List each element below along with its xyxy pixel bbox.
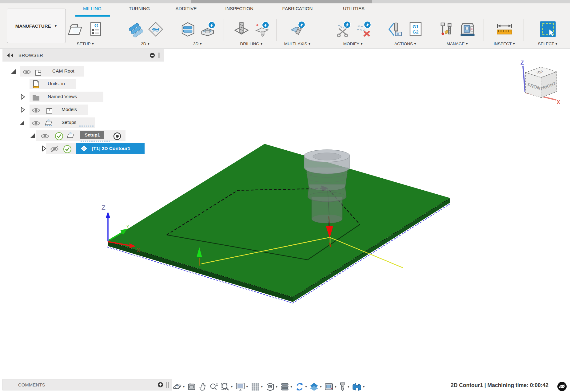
group-label-multiaxis[interactable]: MULTI-AXIS▼ (281, 42, 314, 46)
visibility-eye-icon[interactable] (22, 67, 31, 77)
active-setup-radio-icon[interactable] (113, 132, 122, 141)
comments-bar[interactable]: COMMENTS (2, 379, 172, 390)
tree-row-setup1[interactable]: Setup1 (0, 130, 163, 141)
pan-icon[interactable] (197, 382, 208, 392)
display-settings-icon[interactable]: ▼ (234, 382, 249, 392)
tree-label[interactable]: Named Views (48, 94, 77, 99)
look-at-icon[interactable] (186, 382, 197, 392)
chevron-down-icon: ▼ (555, 42, 558, 46)
2d-pocket-button[interactable] (147, 18, 165, 40)
window-tab[interactable] (191, 0, 372, 3)
group-label-2d[interactable]: 2D▼ (123, 42, 168, 46)
setup1-name-badge[interactable]: Setup1 (80, 131, 104, 139)
group-label-modify[interactable]: MODIFY▼ (329, 42, 378, 46)
chevron-down-icon: ▼ (362, 385, 365, 388)
tree-label[interactable]: Units: in (48, 81, 65, 86)
thread-mill-button[interactable] (253, 18, 271, 40)
delete-passes-button[interactable] (354, 18, 372, 40)
tree-label[interactable]: Models (62, 107, 77, 112)
steps-icon[interactable]: ▼ (279, 382, 293, 392)
measure-button[interactable] (496, 18, 513, 40)
collapse-triangle-icon[interactable] (41, 145, 47, 152)
group-label-actions[interactable]: ACTIONS▼ (384, 42, 427, 46)
machine-icon[interactable]: ▼ (351, 382, 366, 392)
group-label-3d[interactable]: 3D▼ (175, 42, 220, 46)
tree-row-setups[interactable]: Setups (0, 117, 163, 128)
grid-icon[interactable]: ▼ (250, 382, 264, 392)
drill-button[interactable] (233, 18, 250, 40)
ribbon-group-modify: MODIFY▼ (329, 18, 378, 47)
component-icon (45, 105, 54, 115)
view-cube[interactable]: TOP FRONT RIGHT Z X (517, 55, 566, 110)
tab-utilities[interactable]: UTILITIES (343, 6, 365, 11)
tab-fabrication[interactable]: FABRICATION (282, 6, 313, 11)
collapse-triangle-icon[interactable] (20, 107, 26, 113)
group-label-manage[interactable]: MANAGE▼ (434, 42, 480, 46)
collapse-triangle-icon[interactable] (20, 94, 26, 100)
tree-row-named-views[interactable]: Named Views (0, 92, 163, 102)
tab-turning[interactable]: TURNING (129, 6, 150, 11)
tab-inspection[interactable]: INSPECTION (225, 6, 253, 11)
orbit-icon[interactable]: ▼ (172, 382, 186, 392)
show-toolpath-icon[interactable]: ▼ (309, 382, 323, 392)
tab-additive[interactable]: ADDITIVE (175, 6, 197, 11)
group-label-setup[interactable]: SETUP▼ (60, 42, 111, 46)
setup-dashes-decoration (79, 125, 94, 127)
tab-milling[interactable]: MILLING (83, 6, 102, 11)
regenerate-toolpath-icon[interactable]: ▼ (294, 382, 308, 392)
viewcube-z-axis (523, 66, 525, 92)
select-button[interactable] (539, 18, 557, 40)
machine-library-button[interactable] (459, 18, 476, 40)
workspace-switcher-button[interactable]: MANUFACTURE ▼ (7, 9, 66, 43)
expand-triangle-icon[interactable] (10, 69, 17, 75)
trim-toolpath-button[interactable] (334, 18, 352, 40)
valid-check-icon (63, 145, 72, 154)
expand-triangle-icon[interactable] (19, 120, 25, 126)
ribbon-group-actions: G1 G2 ACTIONS▼ (384, 18, 427, 47)
tree-label[interactable]: CAM Root (52, 68, 74, 74)
show-tool-icon[interactable]: ▼ (338, 382, 350, 392)
chevron-down-icon: ▼ (275, 385, 278, 388)
panel-grip-handle[interactable] (157, 52, 161, 58)
group-label-drilling[interactable]: DRILLING▼ (228, 42, 275, 46)
chevron-down-icon: ▼ (360, 42, 363, 46)
zoom-icon[interactable] (209, 382, 219, 392)
tree-label[interactable]: Setups (62, 120, 76, 125)
add-comment-icon[interactable] (157, 382, 163, 388)
expand-triangle-icon[interactable] (30, 133, 36, 139)
remove-icon[interactable] (149, 53, 155, 58)
visibility-eye-icon[interactable] (40, 132, 50, 141)
simulate-button[interactable] (386, 18, 404, 40)
svg-text:G: G (94, 23, 98, 29)
tree-row-cam-root[interactable]: CAM Root (0, 66, 163, 77)
group-label-select[interactable]: SELECT▼ (531, 42, 565, 46)
3d-pocket-button[interactable] (179, 18, 197, 40)
swarf-button[interactable] (289, 18, 306, 40)
tree-row-models[interactable]: Models (0, 105, 163, 115)
ribbon-group-3d: 3D▼ (175, 18, 220, 47)
tree-row-units[interactable]: Units: in (0, 79, 163, 89)
selected-operation-row[interactable]: [T1] 2D Contour1 (76, 143, 145, 154)
visibility-hidden-eye-icon[interactable] (50, 145, 59, 154)
new-setup-button[interactable] (66, 18, 84, 40)
tree-row-2d-contour1[interactable]: [T1] 2D Contour1 (0, 143, 163, 154)
post-process-button[interactable]: G1 G2 (407, 18, 425, 40)
collapse-panel-icon[interactable] (6, 53, 14, 58)
group-label-inspect[interactable]: INSPECT▼ (489, 42, 520, 46)
ribbon-group-manage: MANAGE▼ (434, 18, 480, 47)
panel-grip-handle[interactable] (166, 382, 169, 388)
ribbon-group-setup: G SETUP▼ (60, 18, 111, 47)
tool-library-button[interactable] (438, 18, 456, 40)
2d-adaptive-button[interactable] (126, 18, 144, 40)
3d-steep-shallow-button[interactable] (199, 18, 217, 40)
job-status-badge-icon[interactable] (557, 381, 567, 392)
post-library-button[interactable]: G (87, 18, 105, 40)
viewports-icon[interactable]: ▼ (265, 382, 279, 392)
visibility-eye-icon[interactable] (31, 119, 41, 128)
valid-check-icon (54, 132, 64, 141)
visibility-eye-icon[interactable] (31, 106, 41, 115)
zoom-window-icon[interactable]: ▼ (220, 382, 234, 392)
stock-board-top[interactable] (108, 144, 450, 297)
show-stock-icon[interactable]: ▼ (323, 382, 337, 392)
chevron-down-icon: ▼ (305, 385, 308, 388)
